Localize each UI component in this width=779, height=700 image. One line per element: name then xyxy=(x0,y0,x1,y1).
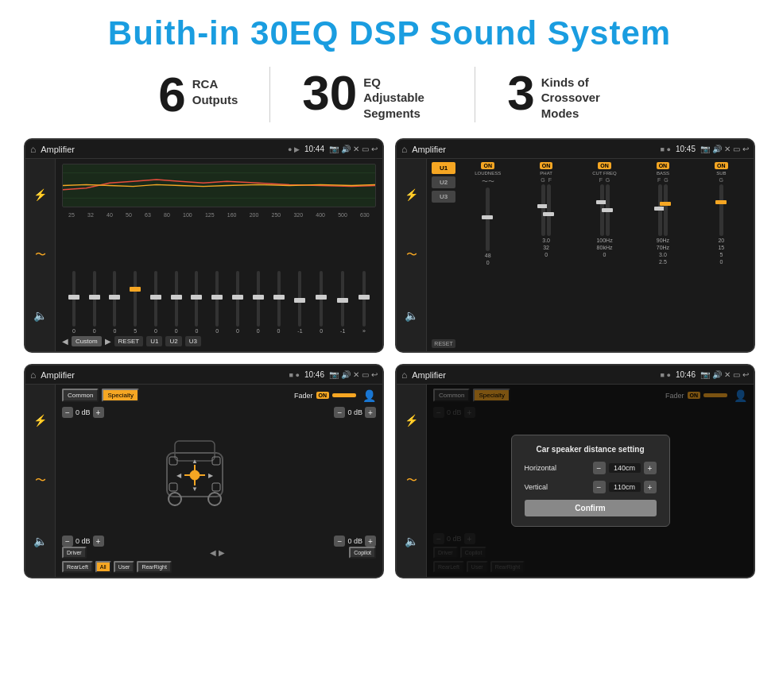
fader-right-panel: − 0 dB + − 0 dB + xyxy=(334,407,376,547)
slider-2[interactable]: 0 xyxy=(93,271,96,334)
cutfreq-on: ON xyxy=(598,162,611,169)
fr-minus[interactable]: − xyxy=(334,407,345,418)
cross-time: 10:45 xyxy=(676,145,696,153)
dot-icons-4: ■ ● xyxy=(661,371,671,379)
close-icon: ✕ xyxy=(353,145,359,153)
phat-on: ON xyxy=(540,162,553,169)
rr-minus[interactable]: − xyxy=(334,536,345,547)
phat-slider-2[interactable] xyxy=(547,184,551,236)
loudness-slider[interactable] xyxy=(486,188,490,251)
fl-minus[interactable]: − xyxy=(62,407,73,418)
minimize-icon-3: ▭ xyxy=(362,370,369,379)
confirm-button[interactable]: Confirm xyxy=(525,500,657,516)
camera-icon-2: 📷 xyxy=(700,145,710,153)
bass-slider-2[interactable] xyxy=(664,184,668,236)
slider-9[interactable]: 0 xyxy=(236,271,239,334)
crossover-channels: ON LOUDNESS 〜〜 48 0 ON PHAT xyxy=(460,162,749,348)
eq-u2-btn[interactable]: U2 xyxy=(165,336,181,346)
svg-rect-13 xyxy=(212,483,220,491)
fader-slider[interactable] xyxy=(332,393,356,397)
sub-slider[interactable] xyxy=(719,184,723,236)
rl-minus[interactable]: − xyxy=(62,536,73,547)
slider-6[interactable]: 0 xyxy=(175,271,178,334)
slider-12[interactable]: -1 xyxy=(297,271,302,334)
slider-4[interactable]: 5 xyxy=(134,271,137,334)
rearleft-btn[interactable]: RearLeft xyxy=(62,561,93,573)
slider-15[interactable]: » xyxy=(362,271,366,334)
slider-5[interactable]: 0 xyxy=(154,271,157,334)
eq-u3-btn[interactable]: U3 xyxy=(185,336,201,346)
dist-time: 10:46 xyxy=(676,370,696,379)
wave-icon-3: 〜 xyxy=(35,474,46,488)
copilot-btn[interactable]: Copilot xyxy=(349,547,376,559)
rl-plus[interactable]: + xyxy=(93,536,104,547)
eq-reset-btn[interactable]: RESET xyxy=(114,336,144,346)
slider-14[interactable]: -1 xyxy=(340,271,345,334)
stat-eq-label: EQ AdjustableSegments xyxy=(363,68,443,122)
cross-u2[interactable]: U2 xyxy=(432,176,455,188)
dist-sidebar: ⚡ 〜 🔈 xyxy=(397,385,427,577)
left-arrow[interactable]: ◀ xyxy=(210,548,216,557)
speaker-icon-4: 🔈 xyxy=(405,535,418,547)
vertical-minus[interactable]: − xyxy=(593,481,606,493)
rearright-btn[interactable]: RearRight xyxy=(137,561,172,573)
back-icon-4: ↩ xyxy=(742,370,749,379)
fader-screen: ⌂ Amplifier ■ ● 10:46 📷 🔊 ✕ ▭ ↩ ⚡ 〜 🔈 xyxy=(24,364,384,578)
speaker-icon-3: 🔈 xyxy=(33,535,47,547)
eq-sidebar: ⚡ 〜 🔈 xyxy=(25,159,56,351)
slider-7[interactable]: 0 xyxy=(195,271,198,334)
phat-slider-1[interactable] xyxy=(541,184,545,236)
back-icon: ↩ xyxy=(371,145,378,153)
dist-topbar: ⌂ Amplifier ■ ● 10:46 📷 🔊 ✕ ▭ ↩ xyxy=(397,365,754,385)
slider-13[interactable]: 0 xyxy=(320,271,323,334)
eq-custom-btn[interactable]: Custom xyxy=(72,336,102,346)
fader-common-tab[interactable]: Common xyxy=(62,389,99,402)
wave-icon-2: 〜 xyxy=(406,248,417,262)
all-btn[interactable]: All xyxy=(95,561,111,573)
cross-reset[interactable]: RESET xyxy=(432,339,455,348)
eq-u1-btn[interactable]: U1 xyxy=(146,336,162,346)
slider-1[interactable]: 0 xyxy=(72,271,76,334)
bass-slider-1[interactable] xyxy=(658,184,662,236)
cross-cutfreq: ON CUT FREQ F G 100Hz xyxy=(577,162,632,348)
cross-sidebar: ⚡ 〜 🔈 xyxy=(397,159,427,351)
vertical-plus[interactable]: + xyxy=(644,481,657,493)
eq-next[interactable]: ▶ xyxy=(105,337,111,346)
cross-u1[interactable]: U1 xyxy=(432,162,455,174)
volume-icon: 🔊 xyxy=(341,145,351,153)
fader-rl-row: − 0 dB + xyxy=(62,536,327,547)
home-icon-3: ⌂ xyxy=(30,369,36,381)
camera-icon-4: 📷 xyxy=(700,370,710,379)
stat-rca: 6 RCAOutputs xyxy=(126,70,269,119)
dist-topbar-icons: 📷 🔊 ✕ ▭ ↩ xyxy=(700,370,749,379)
rr-plus[interactable]: + xyxy=(365,536,376,547)
fader-specialty-tab[interactable]: Specialty xyxy=(102,389,138,402)
fader-fr-row: − 0 dB + xyxy=(334,407,376,418)
horizontal-plus[interactable]: + xyxy=(644,462,657,474)
dist-main: Common Specialty Fader ON 👤 − 0 dB xyxy=(427,385,754,577)
slider-11[interactable]: 0 xyxy=(277,271,281,334)
slider-3[interactable]: 0 xyxy=(113,271,116,334)
cutfreq-slider-2[interactable] xyxy=(606,184,610,236)
stat-eq: 30 EQ AdjustableSegments xyxy=(270,68,475,122)
horizontal-minus[interactable]: − xyxy=(593,462,606,474)
dialog-title: Car speaker distance setting xyxy=(525,445,657,454)
fl-plus[interactable]: + xyxy=(93,407,104,418)
sub-on: ON xyxy=(715,162,728,169)
fader-bottom: Driver ◀ ▶ Copilot xyxy=(62,547,376,559)
user-btn[interactable]: User xyxy=(114,561,135,573)
camera-icon-3: 📷 xyxy=(329,370,339,379)
slider-8[interactable]: 0 xyxy=(215,271,219,334)
close-icon-2: ✕ xyxy=(724,145,731,153)
stat-rca-label: RCAOutputs xyxy=(192,70,238,107)
home-icon-2: ⌂ xyxy=(401,144,407,155)
cross-bass: ON BASS F G 90Hz xyxy=(635,162,690,348)
fader-bottom-2: RearLeft All User RearRight xyxy=(62,561,376,573)
right-arrow[interactable]: ▶ xyxy=(219,548,225,557)
driver-btn[interactable]: Driver xyxy=(62,547,87,559)
eq-prev[interactable]: ◀ xyxy=(62,337,68,346)
car-diagram-svg: ▲ ▼ ◀ ▶ xyxy=(155,429,234,524)
slider-10[interactable]: 0 xyxy=(257,271,260,334)
fr-plus[interactable]: + xyxy=(365,407,376,418)
cross-u3[interactable]: U3 xyxy=(432,191,455,203)
